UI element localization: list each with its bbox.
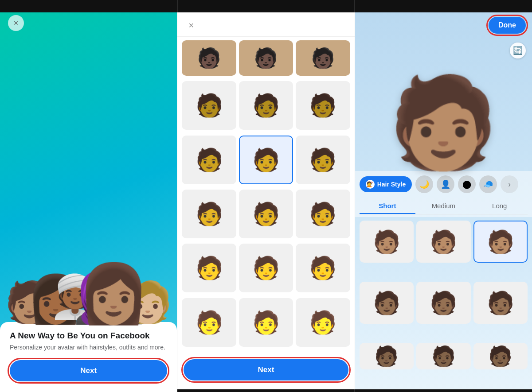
rotate-icon: 🔄 bbox=[513, 47, 523, 54]
hair-cell-3-selected[interactable]: 🧑🏽 bbox=[473, 221, 528, 263]
hair-style-icon: 💇 bbox=[366, 180, 375, 189]
avatar-cell-14[interactable]: 🧑 bbox=[239, 244, 293, 292]
style-tabs-row: 💇 Hair Style 🌙 👤 ⬤ 🧢 › bbox=[360, 175, 528, 195]
avatar-group-container: 🧑🏽 👩🏾 👳🏾 🧕🏽 👩🏿 👩🏻 🧑🏼 👩🏽 bbox=[0, 12, 177, 322]
tab5-icon: 🧢 bbox=[483, 179, 493, 189]
status-bar-2 bbox=[177, 0, 354, 12]
avatar-cell-7[interactable]: 🧑 bbox=[182, 136, 236, 184]
panel-intro: × 🧑🏽 👩🏾 👳🏾 🧕🏽 👩🏿 👩🏻 🧑🏼 👩🏽 A New Way to B… bbox=[0, 0, 177, 392]
panel-hair-style: Done 🔄 🧑🏽 💇 Hair Style 🌙 👤 ⬤ 🧢 bbox=[355, 0, 532, 392]
avatar-cell-17[interactable]: 🧑 bbox=[239, 298, 293, 347]
avatar-cell-2[interactable]: 🧑🏿 bbox=[239, 40, 293, 76]
avatar-cell-18[interactable]: 🧑 bbox=[296, 298, 350, 347]
close-button-1[interactable]: × bbox=[8, 15, 24, 31]
length-tab-medium[interactable]: Medium bbox=[415, 198, 471, 214]
panel2-topbar: × bbox=[177, 12, 354, 37]
bottom-bar-3 bbox=[355, 389, 532, 392]
next-button-2[interactable]: Next bbox=[184, 359, 348, 380]
hair-cell-1[interactable]: 🧑🏽 bbox=[360, 221, 414, 263]
avatar-cell-1[interactable]: 🧑🏿 bbox=[182, 40, 236, 76]
tab6-icon: › bbox=[508, 180, 511, 189]
length-tab-long[interactable]: Long bbox=[472, 198, 528, 214]
avatar-cell-5[interactable]: 🧑 bbox=[239, 81, 293, 130]
avatar-center: 👩🏽 bbox=[78, 264, 149, 322]
tab4-icon: ⬤ bbox=[462, 179, 471, 189]
hairstyle-grid: 🧑🏽 🧑🏽 🧑🏽 🧑🏽 🧑🏽 🧑🏽 🧑🏽 🧑🏽 🧑🏽 bbox=[355, 217, 532, 389]
skin-tone-grid: 🧑🏿 🧑🏿 🧑🏿 🧑 🧑 🧑 🧑 🧑 🧑 🧑 bbox=[177, 37, 354, 353]
status-bar-1 bbox=[0, 0, 177, 12]
hair-cell-4[interactable]: 🧑🏽 bbox=[360, 282, 414, 324]
hair-style-label: Hair Style bbox=[377, 181, 406, 188]
avatar-cell-6[interactable]: 🧑 bbox=[296, 81, 350, 130]
style-tab-4[interactable]: ⬤ bbox=[458, 175, 476, 193]
hair-cell-9[interactable]: 🧑🏽 bbox=[473, 343, 528, 369]
hair-cell-5[interactable]: 🧑🏽 bbox=[416, 282, 470, 324]
avatar-cell-11[interactable]: 🧑 bbox=[239, 190, 293, 238]
avatar-group: 🧑🏽 👩🏾 👳🏾 🧕🏽 👩🏿 👩🏻 🧑🏼 👩🏽 bbox=[0, 136, 177, 322]
bottom-bar-2 bbox=[177, 389, 354, 392]
panel-skin-select: × 🧑🏿 🧑🏿 🧑🏿 🧑 🧑 🧑 🧑 🧑 🧑 bbox=[177, 0, 355, 392]
style-tab-6[interactable]: › bbox=[501, 175, 518, 193]
style-tab-2[interactable]: 🌙 bbox=[415, 175, 433, 193]
style-bar: 💇 Hair Style 🌙 👤 ⬤ 🧢 › Short Medium Long bbox=[355, 171, 532, 217]
next-button-1[interactable]: Next bbox=[10, 360, 167, 381]
avatar-cell-12[interactable]: 🧑 bbox=[296, 190, 350, 238]
hair-cell-7[interactable]: 🧑🏽 bbox=[360, 343, 414, 369]
main-avatar-preview: 🧑🏽 bbox=[388, 78, 499, 167]
avatar-cell-4[interactable]: 🧑 bbox=[182, 81, 236, 130]
intro-bottom-card: A New Way to Be You on Facebook Personal… bbox=[0, 322, 177, 392]
hair-cell-8[interactable]: 🧑🏽 bbox=[416, 343, 470, 369]
avatar-cell-3[interactable]: 🧑🏿 bbox=[296, 40, 350, 76]
avatar-cell-9[interactable]: 🧑 bbox=[296, 136, 350, 184]
style-tab-3[interactable]: 👤 bbox=[437, 175, 454, 193]
avatar-cell-13[interactable]: 🧑 bbox=[182, 244, 236, 292]
hair-cell-2[interactable]: 🧑🏽 bbox=[416, 221, 470, 263]
done-button[interactable]: Done bbox=[489, 17, 526, 34]
avatar-cell-16[interactable]: 🧑 bbox=[182, 298, 236, 347]
intro-description: Personalize your avatar with hairstyles,… bbox=[10, 343, 167, 352]
hair-cell-6[interactable]: 🧑🏽 bbox=[473, 282, 528, 324]
intro-title: A New Way to Be You on Facebook bbox=[10, 331, 167, 341]
avatar-cell-15[interactable]: 🧑 bbox=[296, 244, 350, 292]
hair-style-tab[interactable]: 💇 Hair Style bbox=[360, 176, 412, 192]
length-tab-short[interactable]: Short bbox=[360, 198, 415, 214]
tab3-icon: 👤 bbox=[441, 179, 450, 189]
length-tabs: Short Medium Long bbox=[360, 198, 528, 214]
tab2-icon: 🌙 bbox=[419, 179, 429, 189]
panel3-header: Done bbox=[355, 12, 532, 38]
style-tab-5[interactable]: 🧢 bbox=[479, 175, 497, 193]
panel2-bottom: Next bbox=[177, 353, 354, 389]
close-button-2[interactable]: × bbox=[184, 19, 198, 32]
avatar-preview-container: 🔄 🧑🏽 bbox=[355, 38, 532, 171]
avatar-cell-8-selected[interactable]: 🧑 bbox=[239, 136, 293, 184]
rotate-button[interactable]: 🔄 bbox=[510, 43, 526, 58]
avatar-cell-10[interactable]: 🧑 bbox=[182, 190, 236, 238]
status-bar-3 bbox=[355, 0, 532, 12]
